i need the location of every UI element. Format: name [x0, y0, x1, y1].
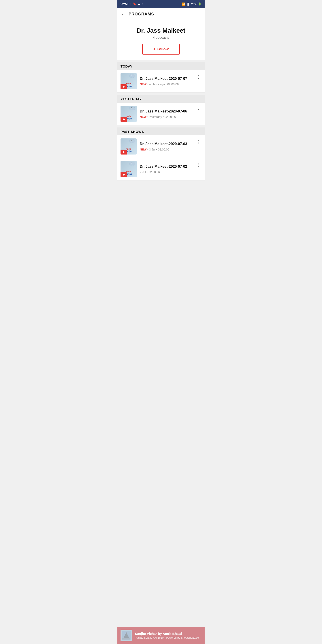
- episode-title: Dr. Jass Malkeet-2020-07-07: [140, 76, 195, 81]
- episode-title: Dr. Jass Malkeet-2020-07-06: [140, 109, 195, 114]
- play-button[interactable]: [120, 150, 127, 154]
- spacer: [118, 180, 204, 225]
- episode-item[interactable]: Radio Punjab Dr. Jass Malkeet-2020-07-02…: [118, 158, 204, 180]
- episode-info: Dr. Jass Malkeet-2020-07-022 Jul • 02:00…: [140, 164, 195, 174]
- episode-thumbnail: Radio Punjab: [120, 106, 137, 122]
- episode-title: Dr. Jass Malkeet-2020-07-03: [140, 142, 195, 146]
- episode-item[interactable]: Radio Punjab Dr. Jass Malkeet-2020-07-07…: [118, 70, 204, 92]
- cloud-icon: ☁: [138, 2, 140, 6]
- svg-point-3: [131, 162, 132, 163]
- episode-meta: 2 Jul • 02:00:06: [140, 170, 195, 174]
- bird-decoration-icon: [128, 139, 136, 144]
- new-badge: NEW: [140, 115, 146, 118]
- episode-thumbnail: Radio Punjab: [120, 161, 137, 177]
- status-time: 22:50: [120, 2, 128, 6]
- episode-info: Dr. Jass Malkeet-2020-07-07NEW • an hour…: [140, 76, 195, 86]
- episode-info: Dr. Jass Malkeet-2020-07-03NEW • 3 Jul •…: [140, 142, 195, 151]
- episodes-container: TODAY Radio Punjab Dr. Jass Malkeet-2020…: [118, 62, 204, 180]
- dot-icon: •: [142, 2, 143, 6]
- episode-thumbnail: Radio Punjab: [120, 138, 137, 154]
- page-title: PROGRAMS: [128, 12, 154, 16]
- episode-item[interactable]: Radio Punjab Dr. Jass Malkeet-2020-07-06…: [118, 103, 204, 125]
- music-icon: ♪: [130, 2, 132, 6]
- play-button[interactable]: [120, 117, 127, 122]
- bird-decoration-icon: [128, 106, 136, 112]
- play-button[interactable]: [120, 172, 127, 177]
- episode-thumbnail: Radio Punjab: [120, 73, 137, 89]
- top-nav: ← PROGRAMS: [118, 8, 204, 20]
- battery-icon: 🔋: [198, 2, 202, 6]
- bird-decoration-icon: [128, 162, 136, 167]
- episode-meta: NEW • 3 Jul • 02:00:05: [140, 148, 195, 151]
- battery-level: 26%: [191, 2, 197, 6]
- episode-meta: NEW • Yesterday • 02:00:06: [140, 115, 195, 118]
- episode-list-2: Radio Punjab Dr. Jass Malkeet-2020-07-03…: [118, 135, 204, 180]
- wifi-icon: 📶: [182, 2, 185, 6]
- status-right: 📶 ▐▌ 26% 🔋: [182, 2, 202, 6]
- more-options-button[interactable]: ⋮: [195, 106, 202, 112]
- section-label-past-shows: PAST SHOWS: [118, 128, 204, 135]
- episode-meta: NEW • an hour ago • 02:00:06: [140, 82, 195, 86]
- bird-decoration-icon: [128, 74, 136, 79]
- episode-list-1: Radio Punjab Dr. Jass Malkeet-2020-07-06…: [118, 103, 204, 125]
- svg-point-2: [131, 140, 132, 140]
- signal-icon: ▐▌: [186, 3, 190, 5]
- program-name: Dr. Jass Malkeet: [122, 27, 200, 34]
- episode-item[interactable]: Radio Punjab Dr. Jass Malkeet-2020-07-03…: [118, 135, 204, 158]
- back-button[interactable]: ←: [121, 11, 126, 17]
- status-left: 22:50 ♪ 🔖 ☁ •: [120, 2, 143, 6]
- svg-point-1: [131, 107, 132, 108]
- play-button[interactable]: [120, 84, 127, 89]
- status-bar: 22:50 ♪ 🔖 ☁ • 📶 ▐▌ 26% 🔋: [118, 0, 204, 8]
- hero-section: Dr. Jass Malkeet 4 podcasts + Follow: [118, 20, 204, 60]
- svg-point-0: [131, 75, 132, 75]
- new-badge: NEW: [140, 82, 146, 86]
- podcast-count: 4 podcasts: [122, 36, 200, 39]
- episode-info: Dr. Jass Malkeet-2020-07-06NEW • Yesterd…: [140, 109, 195, 118]
- more-options-button[interactable]: ⋮: [195, 73, 202, 80]
- episode-title: Dr. Jass Malkeet-2020-07-02: [140, 164, 195, 169]
- section-label-today: TODAY: [118, 62, 204, 70]
- new-badge: NEW: [140, 148, 146, 151]
- episode-list-0: Radio Punjab Dr. Jass Malkeet-2020-07-07…: [118, 70, 204, 92]
- more-options-button[interactable]: ⋮: [195, 161, 202, 167]
- badge-icon: 🔖: [133, 2, 136, 6]
- more-options-button[interactable]: ⋮: [195, 138, 202, 145]
- section-label-yesterday: YESTERDAY: [118, 95, 204, 103]
- follow-button[interactable]: + Follow: [142, 44, 180, 54]
